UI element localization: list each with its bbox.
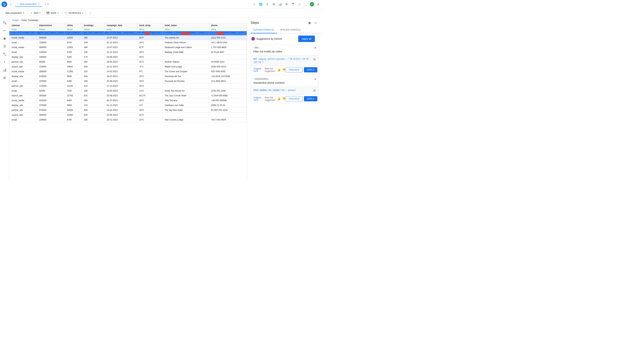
col-header-hotel-name[interactable]: hotel_name string [162,23,209,31]
expand-collapse-icon[interactable]: ⇕ [316,2,320,7]
home-nav-icon[interactable]: ⌂ [252,2,257,7]
table-cell: 6300 [65,79,82,84]
card1-actions: PREVIEW APPLY [286,67,317,72]
card2-thumbup-icon[interactable]: 👍 [277,97,281,100]
table-cell: 8600 [65,74,82,79]
apply-all-button[interactable]: Apply all [298,35,315,42]
undo-sidebar-icon[interactable]: ↩ [2,27,8,34]
table-cell: 28-12-2023 [104,117,137,122]
breadcrumb-graph[interactable]: Graph [12,19,18,21]
table-cell: 12500 [65,35,82,40]
wrench-sidebar-icon[interactable]: 🔧 [2,51,8,57]
card2-apply-btn[interactable]: APPLY [304,96,317,101]
search-sidebar-icon[interactable]: 🔍 [2,19,8,26]
location-icon[interactable]: 📍 [290,2,296,7]
tab-suggestions[interactable]: SUGGESTIONS (3) [250,27,277,33]
card2-preview-btn[interactable]: PREVIEW [286,96,302,101]
schedule-btn[interactable]: 🕐 SCHEDULE ▾ [62,10,86,15]
col-header-clicks[interactable]: clicks integer [65,23,82,31]
card2-thumbdown-icon[interactable]: 👎 [282,97,286,100]
card2-close-icon[interactable]: ✕ [314,77,316,81]
globe-icon[interactable]: 🌐 [258,2,263,7]
card2-code: PREP.NORMALIZE_PHONE("US", phone) [253,89,296,92]
card1-suggest-more[interactable]: Suggest more [253,67,261,72]
table-cell: (416)-555-3210 [209,64,247,69]
table-cell: display_ads [10,103,37,108]
table-cell: 220000 [37,79,65,84]
table-cell: 05-07-2023 [104,98,137,103]
table-sidebar-icon[interactable]: ⊞ [2,74,8,81]
sidebar-toggle-btn[interactable]: ▷ [8,2,14,7]
card1-copy-icon[interactable]: ⧉ [313,57,316,61]
table-cell: 375000 [37,103,65,108]
card2-rating: Suggest more | Rate this suggestion: 👍 👎 [253,96,286,101]
table-cell: 03-5555-2222 [209,59,247,64]
second-toolbar: data preparation ▾ ＋ ADD ▾ 💾 SAVE ▾ 🕐 SC… [0,8,322,17]
add-btn[interactable]: ＋ ADD ▾ [28,10,43,16]
hist-hotel-name [162,31,209,35]
steps-tabs: SUGGESTIONS (3) APPLIED STEPS(1) [247,27,322,33]
table-cell: 30°C [137,98,162,103]
table-cell: 175 [82,55,104,59]
table-cell: 230 [82,50,104,55]
data-table-wrapper[interactable]: channel string impressions integer click… [9,23,247,181]
panel-collapse-icon[interactable]: ▣ [307,20,312,25]
tab-applied[interactable]: APPLIED STEPS(1) [277,27,304,33]
table-cell: 610000 [37,74,65,79]
card1-apply-btn[interactable]: APPLY [304,67,317,72]
table-row: search_ads4500001640062015-08-202332°C [10,113,247,117]
table-row: email220000630029025-09-202325°CPousada … [10,79,247,84]
dot-sidebar-icon[interactable]: • [2,59,8,65]
chart-icon[interactable]: 📊 [278,2,283,7]
table-row: search_ads4100001850062010-11-2023-5°CMa… [10,64,247,69]
expand-icon[interactable]: ⤢ [297,2,302,7]
card1-header: ✕ filter Filter out invalid zip codes NO… [251,44,318,74]
grid-icon[interactable]: ⊞ [271,2,276,7]
col-header-local-temp[interactable]: local_temp string [137,23,162,31]
col-header-campaign-date[interactable]: campaign_date string [104,23,137,31]
card1-thumbup-icon[interactable]: 👍 [277,68,281,71]
settings-icon[interactable]: ⚙ [284,2,289,7]
card1-thumbdown-icon[interactable]: 👎 [282,68,286,71]
add-tab-btn[interactable]: ＋ ▾ [42,1,50,7]
top-right-icons: ⌂ 🌐 ℹ ⊞ 📊 ⚙ 📍 ⤢ ⛶ ✓ ⇕ [252,2,320,7]
col-header-impressions[interactable]: impressions integer [37,23,65,31]
column-header-row: channel string impressions integer click… [10,23,247,31]
table-row: email120000870023022-12-202328°CWallaby … [10,50,247,55]
table-cell: 5800 [65,103,82,108]
table-cell: social_media [10,98,37,103]
info-icon[interactable]: ℹ [265,2,270,7]
steps-header: Steps ▣ ▷ [247,17,322,27]
menu-sidebar-icon[interactable]: ☰ [2,43,8,49]
col-header-channel[interactable]: channel string [10,23,37,31]
table-cell: partner_site [10,108,37,113]
card1-close-icon[interactable]: ✕ [314,46,316,49]
card2-suggest-more[interactable]: Suggest more [253,96,261,101]
table-cell: 410000 [37,64,65,69]
table-cell: 620 [82,64,104,69]
hist-impressions [37,31,65,35]
col-header-bookings[interactable]: bookings integer [82,23,104,31]
chart-sidebar-icon[interactable]: 📊 [2,67,8,73]
fullscreen-icon[interactable]: ⛶ [304,2,308,7]
table-cell: 82°F [137,45,162,50]
data-preparation-dropdown[interactable]: data preparation ▾ [3,10,26,15]
col-header-phone[interactable]: phone string [209,23,247,31]
card1-code-block: NOT regexp_match(zipcode, '^[0-9]{5}(-[0… [251,55,318,66]
app-logo: Q [2,1,7,7]
layers-sidebar-icon[interactable]: ◉ [2,35,8,42]
table-cell: 27-12-2023 [104,84,137,88]
data-preparation-tab[interactable]: ⌂ Data preparation ✕ [15,1,42,7]
save-btn[interactable]: 💾 SAVE ▾ [44,10,61,15]
table-row: email120000870023022-12-202328°COutback … [10,40,247,45]
table-row: display_ads375000580021001-12-20234°CGas… [10,103,247,108]
table-cell: 12°C [137,88,162,93]
more-options-btn[interactable]: ⋮ [87,10,94,15]
card2-copy-icon[interactable]: ⧉ [313,89,316,93]
table-cell: display_ads [10,74,37,79]
table-cell [209,55,247,59]
tab-close[interactable]: ✕ [38,3,40,5]
table-cell: 8700 [65,40,82,45]
card1-preview-btn[interactable]: PREVIEW [286,67,302,72]
panel-expand-icon[interactable]: ▷ [314,20,318,25]
